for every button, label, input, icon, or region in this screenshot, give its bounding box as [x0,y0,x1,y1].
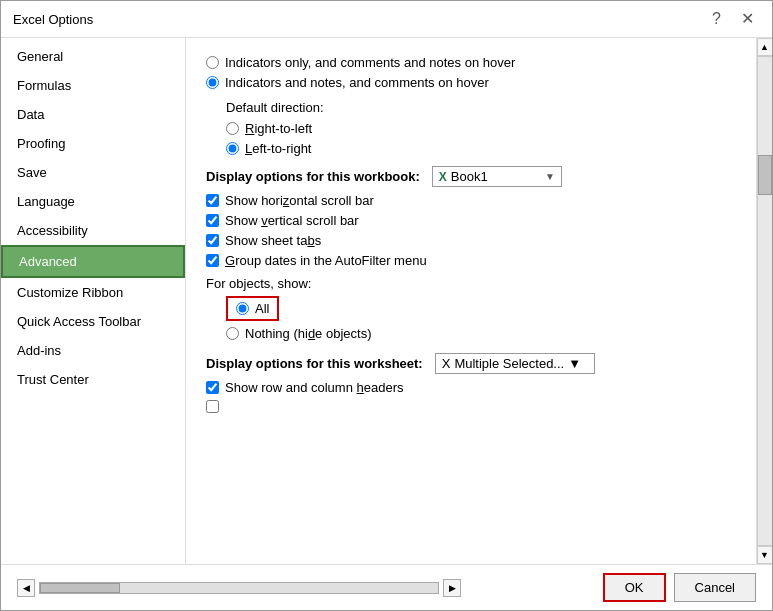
radio-indicators-only-label: Indicators only, and comments and notes … [225,55,515,70]
cb-sheet-tabs: Show sheet tabs [206,233,736,248]
radio-indicators-notes[interactable] [206,76,219,89]
title-bar-controls: ? ✕ [706,9,760,29]
radio-nothing-label: Nothing (hide objects) [245,326,371,341]
footer-scrollbar: ◀ ▶ [17,579,603,597]
radio-indicators-only[interactable] [206,56,219,69]
display-worksheet-label: Display options for this worksheet: [206,356,423,371]
radio-ltr-row: Left-to-right [226,141,736,156]
checkbox-horizontal-scroll[interactable] [206,194,219,207]
excel-icon: X [439,170,447,184]
radio-rtl-row: Right-to-left [226,121,736,136]
sidebar-item-general[interactable]: General [1,42,185,71]
dialog-footer: ◀ ▶ OK Cancel [1,564,772,610]
sidebar-item-language[interactable]: Language [1,187,185,216]
v-scroll-thumb[interactable] [758,155,772,195]
title-bar: Excel Options ? ✕ [1,1,772,38]
cb-row-col-headers: Show row and column headers [206,380,736,395]
cb-vertical-scroll-label: Show vertical scroll bar [225,213,359,228]
workbook-name: Book1 [451,169,488,184]
cb-vertical-scroll: Show vertical scroll bar [206,213,736,228]
checkbox-row-col-headers[interactable] [206,381,219,394]
cb-group-dates: Group dates in the AutoFilter menu [206,253,736,268]
footer-buttons: OK Cancel [603,573,756,602]
checkbox-sheet-tabs[interactable] [206,234,219,247]
h-scroll-left[interactable]: ◀ [17,579,35,597]
cb-horizontal-scroll: Show horizontal scroll bar [206,193,736,208]
dialog-body: General Formulas Data Proofing Save Lang… [1,38,772,564]
sidebar-item-formulas[interactable]: Formulas [1,71,185,100]
radio-nothing-row: Nothing (hide objects) [226,326,736,341]
workbook-dropdown[interactable]: X Book1 ▼ [432,166,562,187]
h-scroll-right[interactable]: ▶ [443,579,461,597]
cb-group-dates-label: Group dates in the AutoFilter menu [225,253,427,268]
radio-all-label: All [255,301,269,316]
sidebar-item-quick-access[interactable]: Quick Access Toolbar [1,307,185,336]
sidebar: General Formulas Data Proofing Save Lang… [1,38,186,564]
excel-options-dialog: Excel Options ? ✕ General Formulas Data … [0,0,773,611]
radio-all-row: All [226,296,736,321]
radio-indicators-notes-label: Indicators and notes, and comments on ho… [225,75,489,90]
radio-rtl[interactable] [226,122,239,135]
v-scroll-up[interactable]: ▲ [757,38,773,56]
radio-ltr[interactable] [226,142,239,155]
dialog-title: Excel Options [13,12,93,27]
cancel-button[interactable]: Cancel [674,573,756,602]
sidebar-item-add-ins[interactable]: Add-ins [1,336,185,365]
radio-all[interactable] [236,302,249,315]
display-workbook-label: Display options for this workbook: [206,169,420,184]
checkbox-group-dates[interactable] [206,254,219,267]
workbook-bar: Display options for this workbook: X Boo… [206,166,736,187]
radio-nothing[interactable] [226,327,239,340]
excel-icon-ws: X [442,356,451,371]
sidebar-item-customize-ribbon[interactable]: Customize Ribbon [1,278,185,307]
cb-placeholder [206,400,736,413]
radio-ltr-label: Left-to-right [245,141,311,156]
help-button[interactable]: ? [706,9,727,29]
close-button[interactable]: ✕ [735,9,760,29]
h-scroll-thumb[interactable] [40,583,120,593]
sidebar-item-save[interactable]: Save [1,158,185,187]
all-radio-box: All [226,296,279,321]
checkbox-placeholder[interactable] [206,400,219,413]
sidebar-item-data[interactable]: Data [1,100,185,129]
radio-indicators-notes-row: Indicators and notes, and comments on ho… [206,75,736,90]
objects-section: For objects, show: All Nothing (hide obj… [206,276,736,341]
vertical-scrollbar: ▲ ▼ [756,38,772,564]
v-scroll-track[interactable] [757,56,773,546]
radio-rtl-label: Right-to-left [245,121,312,136]
sidebar-item-trust-center[interactable]: Trust Center [1,365,185,394]
cb-row-col-headers-label: Show row and column headers [225,380,404,395]
sidebar-item-proofing[interactable]: Proofing [1,129,185,158]
h-scroll-track[interactable] [39,582,439,594]
for-objects-label: For objects, show: [206,276,736,291]
checkbox-vertical-scroll[interactable] [206,214,219,227]
worksheet-bar: Display options for this worksheet: X Mu… [206,353,736,374]
cb-horizontal-scroll-label: Show horizontal scroll bar [225,193,374,208]
content-area: Indicators only, and comments and notes … [186,38,756,564]
worksheet-dropdown-arrow: ▼ [568,356,581,371]
v-scroll-down[interactable]: ▼ [757,546,773,564]
worksheet-name: Multiple Selected... [454,356,564,371]
ok-button[interactable]: OK [603,573,666,602]
sidebar-item-advanced[interactable]: Advanced [1,245,185,278]
sidebar-item-accessibility[interactable]: Accessibility [1,216,185,245]
radio-indicators-only-row: Indicators only, and comments and notes … [206,55,736,70]
cb-sheet-tabs-label: Show sheet tabs [225,233,321,248]
default-direction-label: Default direction: [226,100,736,115]
workbook-dropdown-arrow: ▼ [545,171,555,182]
worksheet-dropdown[interactable]: X Multiple Selected... ▼ [435,353,595,374]
